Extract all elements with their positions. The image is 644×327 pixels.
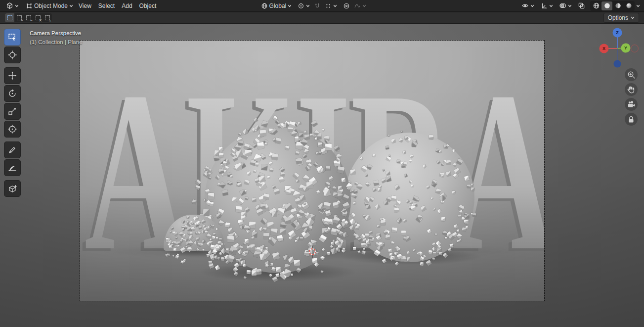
- scatter-cube: [238, 249, 244, 255]
- tool-settings-bar: + − ✕ ∩ Options: [0, 12, 644, 24]
- shading-options-chevron[interactable]: [636, 4, 640, 8]
- object-visibility-dropdown[interactable]: [519, 1, 536, 10]
- eye-icon: [521, 2, 529, 9]
- xray-icon: [578, 2, 585, 9]
- select-mode-subtract-button[interactable]: −: [24, 13, 33, 22]
- snap-increment-icon: [325, 2, 332, 9]
- breadcrumb: (1) Collection | Plane: [30, 38, 83, 47]
- select-mode-extend-button[interactable]: +: [14, 13, 24, 22]
- chevron-down-icon: [568, 4, 572, 8]
- camera-view-frame: AKIRA AKIRA: [80, 41, 544, 301]
- pan-hand-button[interactable]: [625, 83, 638, 96]
- select-mode-intersect-button[interactable]: ∩: [43, 13, 52, 22]
- menu-view[interactable]: View: [75, 1, 95, 11]
- chevron-down-icon: [306, 4, 310, 8]
- axis-z-ball[interactable]: Z: [613, 28, 622, 38]
- proportional-falloff-dropdown[interactable]: [352, 1, 368, 10]
- menu-object[interactable]: Object: [136, 1, 160, 11]
- cube-scatter-floor: [80, 41, 544, 301]
- chevron-down-icon: [69, 4, 73, 8]
- scatter-cube: [210, 244, 215, 249]
- tool-cursor-button[interactable]: [4, 47, 21, 63]
- scatter-cube: [239, 245, 243, 249]
- shading-wireframe-button[interactable]: [591, 1, 601, 10]
- axis-neg-z-ball[interactable]: [614, 60, 621, 68]
- svg-text:Y: Y: [624, 46, 627, 50]
- tool-annotate-button[interactable]: [4, 141, 21, 158]
- scatter-cube: [215, 265, 220, 271]
- shading-mode-segment: [590, 1, 635, 11]
- gizmo-axis-icon: [540, 2, 548, 9]
- falloff-curve-icon: [354, 2, 361, 9]
- view-label: Camera Perspective: [30, 29, 83, 38]
- tool-scale-button[interactable]: [4, 103, 21, 120]
- magnet-icon: [314, 2, 321, 9]
- scatter-cube: [363, 247, 365, 250]
- scatter-cube: [215, 246, 220, 250]
- transform-orientation-dropdown[interactable]: Global: [259, 1, 294, 10]
- scatter-cube: [364, 244, 367, 247]
- 3d-cursor: [306, 245, 319, 258]
- camera-view-button[interactable]: [625, 98, 638, 111]
- scatter-cube: [361, 250, 365, 254]
- scatter-cube: [224, 255, 229, 260]
- tool-shelf: [4, 29, 21, 197]
- select-mode-group: + − ✕ ∩: [5, 13, 52, 22]
- tool-select-box-button[interactable]: [4, 29, 21, 46]
- lock-button[interactable]: [625, 113, 638, 126]
- shading-material-button[interactable]: [612, 1, 623, 10]
- viewport-side-controls: [625, 68, 638, 126]
- proportional-editing-icon: [343, 2, 350, 9]
- scatter-cube: [358, 237, 362, 241]
- overlays-icon: [559, 2, 566, 9]
- chevron-down-icon: [15, 4, 19, 8]
- tool-rotate-button[interactable]: [4, 85, 21, 102]
- tool-transform-button[interactable]: [4, 121, 21, 138]
- axis-neg-x-ball[interactable]: [631, 45, 639, 52]
- tool-move-button[interactable]: [4, 67, 21, 84]
- shading-rendered-button[interactable]: [623, 1, 634, 10]
- viewport-header: Object Mode View Select Add Object Globa…: [0, 0, 644, 12]
- zoom-button[interactable]: [625, 68, 638, 81]
- chevron-down-icon: [549, 4, 553, 8]
- scene-backdrop: AKIRA AKIRA: [80, 41, 544, 301]
- svg-text:X: X: [602, 46, 605, 51]
- navigation-gizmo[interactable]: Z X Y: [595, 27, 642, 70]
- options-label: Options: [608, 14, 628, 21]
- tool-measure-button[interactable]: [4, 159, 21, 176]
- options-dropdown[interactable]: Options: [603, 13, 639, 23]
- shading-solid-button[interactable]: [601, 1, 612, 10]
- scatter-cube: [366, 240, 369, 244]
- editor-type-button[interactable]: [4, 1, 21, 10]
- editor-type-icon: [6, 2, 13, 9]
- global-orientation-icon: [261, 2, 268, 9]
- axis-x-ball[interactable]: X: [600, 44, 609, 53]
- tool-add-cube-button[interactable]: [4, 180, 21, 197]
- menu-select[interactable]: Select: [95, 1, 118, 11]
- proportional-editing-toggle[interactable]: [341, 1, 352, 10]
- xray-toggle[interactable]: [576, 1, 587, 10]
- scatter-cube: [231, 250, 234, 253]
- 3d-viewport[interactable]: Camera Perspective (1) Collection | Plan…: [0, 24, 644, 327]
- overlays-dropdown[interactable]: [557, 1, 574, 10]
- chevron-down-icon: [333, 4, 337, 8]
- gizmos-dropdown[interactable]: [538, 1, 555, 10]
- chevron-down-icon: [288, 4, 292, 8]
- select-mode-invert-button[interactable]: ✕: [33, 13, 43, 22]
- scatter-cube: [180, 261, 183, 264]
- pivot-point-dropdown[interactable]: [296, 1, 312, 10]
- menu-add[interactable]: Add: [118, 1, 135, 11]
- snap-target-dropdown[interactable]: [323, 1, 339, 10]
- chevron-down-icon: [362, 4, 366, 8]
- scatter-cube: [234, 262, 240, 268]
- snap-toggle-button[interactable]: [312, 1, 323, 10]
- scatter-cube: [172, 255, 174, 257]
- svg-text:Z: Z: [616, 30, 619, 35]
- axis-y-ball[interactable]: Y: [621, 44, 631, 53]
- mode-dropdown[interactable]: Object Mode: [24, 1, 75, 10]
- scatter-cube: [353, 247, 356, 250]
- pivot-point-icon: [298, 2, 304, 9]
- scatter-cube: [336, 247, 340, 251]
- orientation-label: Global: [269, 2, 287, 9]
- select-mode-new-button[interactable]: [5, 13, 14, 22]
